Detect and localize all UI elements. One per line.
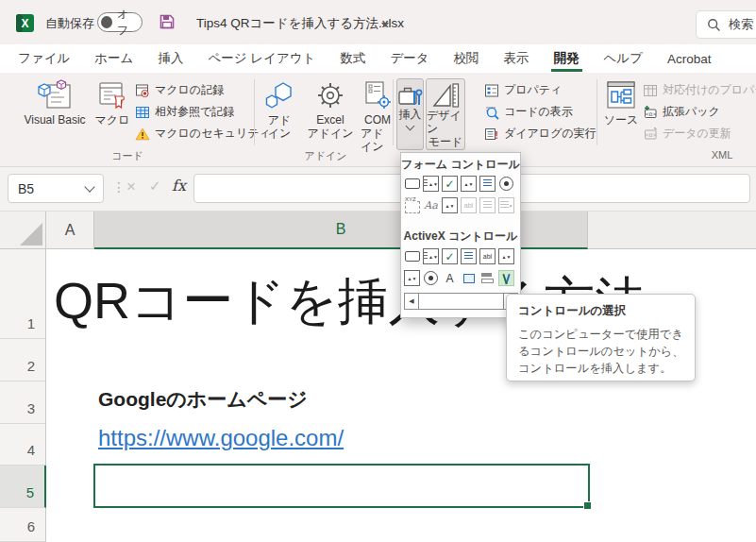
row-header-5[interactable]: 5 — [0, 466, 46, 508]
excel-addins-label-1: Excel — [316, 113, 344, 127]
fill-handle[interactable] — [583, 501, 592, 510]
chevron-down-icon — [406, 122, 415, 131]
form-option-button-icon[interactable] — [498, 176, 514, 192]
expansion-packs-button[interactable]: <o> 拡張パック — [643, 102, 720, 122]
form-text-field-icon: abl — [461, 197, 477, 213]
tab-developer[interactable]: 開発 — [542, 44, 592, 73]
save-icon[interactable] — [159, 13, 176, 30]
activex-toggle-button-icon[interactable] — [479, 270, 496, 286]
macro-security-button[interactable]: マクロのセキュリティ — [135, 124, 271, 144]
tab-acrobat[interactable]: Acrobat — [655, 44, 724, 73]
macros-button[interactable]: マクロ — [94, 77, 130, 127]
cancel-icon: × — [126, 178, 136, 196]
map-properties-label: 対応付けのプロパティ — [663, 82, 756, 98]
ribbon-tab-row: ファイル ホーム 挿入 ページ レイアウト 数式 データ 校閲 表示 開発 ヘル… — [6, 44, 756, 73]
row-header-4[interactable]: 4 — [0, 424, 46, 466]
com-addins-button[interactable]: COM アドイン — [361, 77, 395, 153]
tab-formulas[interactable]: 数式 — [328, 44, 378, 73]
selected-cell-b5[interactable] — [93, 464, 590, 508]
more-controls-icon[interactable] — [498, 270, 514, 286]
activex-command-button-icon[interactable] — [404, 248, 420, 264]
com-addins-label-1: COM — [364, 113, 391, 127]
activex-check-box-icon[interactable]: ✓ — [442, 248, 458, 264]
column-header-c[interactable] — [588, 212, 756, 249]
search-box[interactable]: 検索 — [696, 10, 756, 39]
record-macro-button[interactable]: マクロの記録 — [135, 80, 224, 100]
addins-group-label: アドイン — [283, 149, 368, 163]
activex-combo-box-icon[interactable]: ▲▼ — [423, 248, 439, 264]
cell-b3-heading[interactable]: Googleのホームページ — [98, 386, 308, 413]
scroll-left-arrow-icon[interactable]: ◀ — [405, 294, 419, 309]
macros-label: マクロ — [95, 113, 130, 127]
toggle-knob — [101, 16, 112, 28]
select-all-corner[interactable] — [0, 212, 46, 249]
addins-icon — [263, 80, 295, 110]
properties-button[interactable]: プロパティ — [484, 80, 562, 100]
row-header-1[interactable]: 1 — [0, 249, 46, 339]
activex-scroll-bar-icon[interactable]: ▲▼ — [404, 270, 420, 286]
form-group-box-icon[interactable]: XYZ — [404, 197, 420, 213]
tooltip: コントロールの選択 このコンピューターで使用できるコントロールのセットから、コン… — [506, 294, 696, 381]
activex-list-box-icon[interactable] — [461, 248, 477, 264]
view-code-icon — [484, 105, 499, 120]
relative-references-label: 相対参照で記録 — [155, 104, 234, 120]
svg-text:!: ! — [495, 129, 498, 141]
form-spin-button-icon[interactable]: ▲▼ — [461, 176, 477, 192]
autosave-toggle[interactable]: オフ — [97, 12, 143, 32]
formula-bar: B5 ⋮ × ✓ fx — [0, 167, 756, 212]
tab-view[interactable]: 表示 — [492, 44, 542, 73]
formula-bar-divider: ⋮ — [112, 179, 126, 195]
form-scroll-bar-icon[interactable]: ▲▼ — [442, 197, 458, 213]
scroll-track[interactable] — [419, 294, 503, 309]
form-check-box-icon[interactable]: ✓ — [442, 176, 458, 192]
document-title[interactable]: Tips4 QRコードを挿入する方法.xlsx — [196, 15, 404, 32]
activex-spin-button-icon[interactable]: ▲▼ — [498, 248, 514, 264]
tab-insert[interactable]: 挿入 — [145, 44, 195, 73]
addins-button[interactable]: アド イン — [259, 77, 300, 140]
tab-file[interactable]: ファイル — [6, 44, 82, 73]
column-header-a[interactable]: A — [46, 212, 94, 249]
excel-addins-button[interactable]: Excel アドイン — [300, 77, 361, 140]
tab-home[interactable]: ホーム — [82, 44, 145, 73]
group-separator — [393, 79, 394, 145]
group-separator — [254, 79, 255, 145]
insert-function-icon[interactable]: fx — [172, 177, 186, 195]
title-bar: X 自動保存 オフ Tips4 QRコードを挿入する方法.xlsx 検索 — [0, 0, 756, 44]
form-list-box-icon[interactable] — [479, 176, 496, 192]
form-combo-box-icon[interactable]: ▲▼ — [423, 176, 439, 192]
tab-data[interactable]: データ — [378, 44, 441, 73]
run-dialog-button[interactable]: ! ダイアログの実行 — [484, 124, 596, 144]
visual-basic-icon — [36, 79, 74, 111]
insert-controls-dropdown: フォーム コントロール ▲▼ ✓ ▲▼ XYZ Aa ▲▼ abl ▼ Acti… — [400, 152, 521, 318]
insert-controls-button[interactable]: 挿入 — [396, 78, 424, 150]
cell-b4-hyperlink[interactable]: https://www.google.com/ — [98, 425, 344, 451]
form-label-icon[interactable]: Aa — [423, 197, 439, 213]
tab-page-layout[interactable]: ページ レイアウト — [195, 44, 328, 73]
tab-review[interactable]: 校閲 — [442, 44, 492, 73]
autosave-state: オフ — [117, 7, 139, 39]
autosave-label: 自動保存 — [45, 15, 94, 32]
gear-icon — [315, 80, 345, 110]
design-mode-button[interactable]: デザイン モード — [426, 78, 465, 150]
source-button[interactable]: ソース — [601, 77, 641, 127]
tab-help[interactable]: ヘルプ — [592, 44, 655, 73]
form-button-icon[interactable] — [404, 176, 420, 192]
relative-references-button[interactable]: 相対参照で記録 — [135, 102, 234, 122]
properties-label: プロパティ — [504, 82, 562, 98]
activex-image-icon[interactable] — [461, 270, 477, 286]
refresh-data-label: データの更新 — [663, 126, 731, 142]
row-header-2[interactable]: 2 — [0, 339, 46, 381]
activex-option-button-icon[interactable] — [423, 270, 439, 286]
activex-text-box-icon[interactable]: abl — [479, 248, 496, 264]
row-header-6[interactable]: 6 — [0, 508, 46, 542]
name-box[interactable]: B5 — [8, 174, 104, 203]
form-controls-header: フォーム コントロール — [401, 157, 520, 173]
visual-basic-button[interactable]: Visual Basic — [13, 77, 96, 127]
activex-label-icon[interactable]: A — [442, 270, 458, 286]
view-code-button[interactable]: コードの表示 — [484, 102, 573, 122]
document-title-caret-icon[interactable] — [381, 23, 389, 27]
palette-scrollbar[interactable]: ◀ — [404, 293, 518, 310]
refresh-data-button: <o> データの更新 — [643, 124, 731, 144]
map-properties-icon — [643, 83, 658, 98]
row-header-3[interactable]: 3 — [0, 381, 46, 424]
